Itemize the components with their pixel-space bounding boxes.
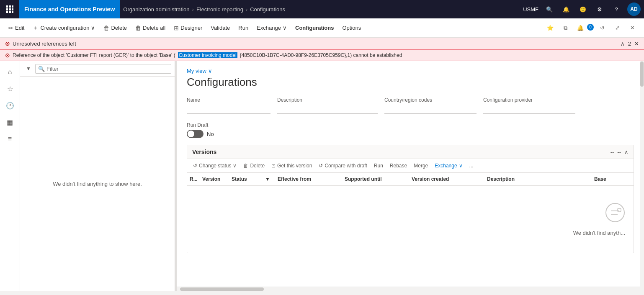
open-new-icon[interactable]: ⤢: [611, 21, 624, 35]
home-icon[interactable]: ⌂: [3, 64, 18, 80]
svg-rect-5: [12, 8, 13, 10]
search-icon[interactable]: 🔍: [544, 3, 555, 15]
scroll-thumb[interactable]: [180, 287, 264, 291]
breadcrumb-org-admin[interactable]: Organization administration: [123, 6, 189, 13]
versions-exchange-button[interactable]: Exchange ∨: [432, 162, 465, 170]
get-this-version-button[interactable]: ⊡ Get this version: [269, 162, 314, 170]
list-icon[interactable]: ≡: [3, 131, 18, 146]
error-close-icon[interactable]: ✕: [634, 41, 639, 47]
breadcrumb-sep-1: ›: [192, 6, 194, 13]
v-scroll-thumb[interactable]: [640, 62, 644, 87]
versions-delete-button[interactable]: 🗑 Delete: [241, 162, 267, 170]
horizontal-scrollbar[interactable]: [177, 287, 644, 291]
config-provider-value[interactable]: [483, 105, 575, 114]
help-icon[interactable]: ?: [611, 3, 622, 15]
error-count: 2: [628, 41, 631, 47]
col-version: Version: [200, 173, 229, 185]
versions-header-right: -- -- ∧: [611, 149, 629, 155]
alert-icon[interactable]: 🔔: [574, 21, 587, 35]
svg-rect-4: [9, 8, 11, 10]
delete-button[interactable]: 🗑 Delete: [100, 23, 130, 33]
breadcrumb-electronic-reporting[interactable]: Electronic reporting: [196, 6, 243, 13]
filter-input-wrap: 🔍: [35, 64, 171, 74]
delete-icon: 🗑: [103, 25, 109, 31]
versions-header: Versions -- -- ∧: [187, 145, 634, 159]
avatar[interactable]: AD: [627, 3, 641, 16]
app-title: Finance and Operations Preview: [19, 0, 120, 18]
edit-icon: ✏: [8, 25, 13, 31]
run-draft-toggle[interactable]: [187, 130, 204, 138]
error-banner-1-right: ∧ 2 ✕: [621, 41, 639, 47]
versions-table-header: R... Version Status ▼ Effective from Sup…: [187, 173, 634, 186]
error-banner-1-left: ⊗ Unresolved references left: [5, 40, 76, 47]
settings-icon[interactable]: ⚙: [594, 3, 605, 15]
options-button[interactable]: Options: [339, 23, 364, 33]
edit-button[interactable]: ✏ Edit: [5, 23, 28, 33]
versions-collapse-icon[interactable]: ∧: [624, 149, 629, 155]
change-status-button[interactable]: ↺ Change status ∨: [191, 162, 239, 170]
compare-with-draft-button[interactable]: ↺ Compare with draft: [316, 162, 369, 170]
create-config-button[interactable]: ＋ Create configuration ∨: [29, 23, 98, 33]
error-collapse-icon[interactable]: ∧: [621, 41, 625, 47]
page-title: Configurations: [187, 76, 634, 89]
my-view-label: My view: [187, 68, 206, 74]
validate-button[interactable]: Validate: [207, 23, 233, 33]
left-panel-toolbar: ▼ 🔍: [20, 61, 175, 77]
rebase-button[interactable]: Rebase: [387, 162, 410, 170]
country-codes-field: Country/region codes: [384, 97, 477, 114]
close-panel-icon[interactable]: ✕: [626, 21, 639, 35]
designer-icon: ⊞: [174, 25, 179, 31]
error-banner-1-text: Unresolved references left: [13, 41, 76, 47]
name-field: Name: [187, 97, 270, 114]
waffle-menu-icon[interactable]: [3, 3, 16, 15]
svg-rect-2: [12, 5, 13, 8]
delete-all-button[interactable]: 🗑 Delete all: [132, 23, 169, 33]
designer-button[interactable]: ⊞ Designer: [170, 23, 206, 33]
versions-section: Versions -- -- ∧ ↺ Change status ∨: [187, 145, 634, 253]
configurations-button[interactable]: Configurations: [292, 23, 337, 33]
star-icon[interactable]: ☆: [3, 81, 18, 96]
vertical-scrollbar[interactable]: [640, 61, 644, 291]
versions-title: Versions: [192, 149, 216, 155]
toggle-thumb: [188, 131, 194, 137]
description-label: Description: [277, 97, 378, 103]
filter-icon[interactable]: ▼: [23, 64, 33, 74]
error-banner-2: ⊗ Reference of the object 'Customer FTI …: [0, 50, 644, 61]
col-status: Status: [229, 173, 263, 185]
run-button[interactable]: Run: [235, 23, 252, 33]
refresh-icon[interactable]: ↺: [595, 21, 609, 35]
panel-icon[interactable]: ⧉: [559, 21, 572, 35]
clock-icon[interactable]: 🕐: [3, 98, 18, 113]
my-view-row[interactable]: My view ∨: [187, 68, 634, 74]
topnav-right-icons: USMF 🔍 🔔 🙂 ⚙ ? AD: [523, 3, 641, 16]
get-version-icon: ⊡: [271, 163, 276, 169]
smiley-icon[interactable]: 🙂: [577, 3, 589, 15]
left-rail: ⌂ ☆ 🕐 ▦ ≡: [0, 61, 20, 291]
notifications-badge-wrap: 🔔 0: [574, 21, 594, 35]
versions-empty: We didn't find anyth...: [187, 186, 634, 253]
favorite-icon[interactable]: ⭐: [544, 21, 557, 35]
merge-button[interactable]: Merge: [411, 162, 430, 170]
calendar-icon[interactable]: ▦: [3, 115, 18, 130]
breadcrumb: Organization administration › Electronic…: [123, 6, 520, 13]
main-layout: ⌂ ☆ 🕐 ▦ ≡ ▼ 🔍 We didn't find anything to…: [0, 61, 644, 291]
versions-dash-1: --: [611, 149, 614, 155]
col-base: Base: [592, 173, 634, 185]
description-value[interactable]: [277, 105, 378, 114]
notifications-icon[interactable]: 🔔: [560, 3, 572, 15]
col-filter[interactable]: ▼: [263, 173, 275, 185]
change-status-chevron: ∨: [233, 163, 237, 169]
filter-input[interactable]: [46, 66, 168, 72]
description-field: Description: [277, 97, 378, 114]
more-button[interactable]: ...: [467, 162, 476, 170]
svg-rect-0: [6, 5, 8, 8]
alert-badge: 0: [587, 24, 594, 31]
form-fields: Name Description Country/region codes Co…: [187, 97, 634, 114]
svg-point-9: [606, 203, 624, 222]
breadcrumb-configurations[interactable]: Configurations: [250, 6, 285, 13]
exchange-button[interactable]: Exchange ∨: [253, 23, 290, 33]
name-value[interactable]: [187, 105, 270, 114]
country-codes-value[interactable]: [384, 105, 477, 114]
config-provider-field: Configuration provider: [483, 97, 575, 114]
versions-run-button[interactable]: Run: [371, 162, 386, 170]
